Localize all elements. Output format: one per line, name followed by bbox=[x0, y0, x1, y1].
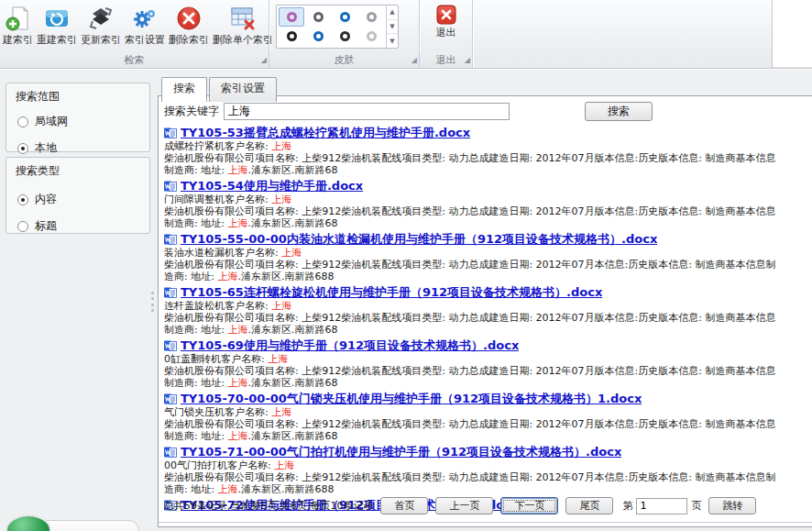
search-scope-groupbox: 搜索范围 局域网 本地 bbox=[5, 83, 150, 152]
result-title-link[interactable]: TY105-69使用与维护手册（912项目设备技术规格书）.docx bbox=[181, 337, 519, 354]
highlighted-keyword: 上海 bbox=[268, 353, 288, 365]
exit-button[interactable]: 退出 bbox=[433, 3, 459, 39]
ribbon-right-margin bbox=[773, 0, 812, 68]
delete-single-index-icon bbox=[228, 4, 258, 33]
ribbon-group-index: 建索引 重建索引 更新索引 索引设置 bbox=[0, 0, 269, 68]
radio-lan[interactable]: 局域网 bbox=[17, 114, 140, 129]
index-settings-icon bbox=[130, 4, 159, 33]
radio-content[interactable]: 内容 bbox=[17, 192, 140, 207]
highlighted-keyword: 上海 bbox=[227, 324, 247, 336]
skin-office-dark-gray[interactable] bbox=[305, 7, 331, 27]
index-settings-label: 索引设置 bbox=[125, 34, 165, 46]
tabstrip: 搜索 索引设置 bbox=[161, 76, 279, 101]
update-index-button[interactable]: 更新索引 bbox=[79, 3, 123, 47]
word-document-icon bbox=[164, 233, 177, 246]
create-index-button[interactable]: 建索引 bbox=[1, 3, 35, 47]
word-document-icon bbox=[164, 393, 177, 405]
skin-office-light[interactable] bbox=[358, 28, 384, 47]
radio-local[interactable]: 本地 bbox=[17, 140, 140, 156]
index-settings-button[interactable]: 索引设置 bbox=[123, 3, 167, 47]
create-index-icon bbox=[4, 4, 33, 33]
first-page-button[interactable]: 首页 bbox=[380, 497, 428, 514]
highlighted-keyword: 上海 bbox=[217, 271, 237, 282]
skin-office-black[interactable] bbox=[332, 28, 357, 47]
result-title-link[interactable]: TY105-55-00-00内装油水道检漏机使用与维护手册（912项目设备技术规… bbox=[181, 231, 657, 248]
ribbon-group-skin: ▲ ▼ ▼ 皮肤 ◢ bbox=[269, 0, 420, 68]
tab-search[interactable]: 搜索 bbox=[161, 77, 207, 102]
splitter-handle[interactable] bbox=[151, 292, 155, 312]
highlighted-keyword: 上海 bbox=[271, 406, 291, 418]
result-snippet: 门间隙调整机客户名称: 上海 柴油机股份有限公司项目名称: 上柴912柴油机装配… bbox=[164, 194, 805, 229]
skin-office-blue[interactable] bbox=[305, 28, 331, 47]
content-radio-icon[interactable] bbox=[17, 194, 28, 205]
result-snippet: 00气门拍打机客户名称: 上海 柴油机股份有限公司项目名称: 上柴912柴油机装… bbox=[164, 459, 805, 495]
search-type-title: 搜索类型 bbox=[16, 163, 140, 179]
search-input[interactable] bbox=[224, 103, 510, 120]
skin-gallery: ▲ ▼ ▼ bbox=[276, 5, 399, 49]
page-number-input[interactable] bbox=[636, 498, 687, 514]
exit-icon bbox=[435, 4, 457, 26]
skin-office-dark-gray-icon bbox=[313, 12, 324, 22]
dialog-launcher-icon[interactable]: ◢ bbox=[465, 53, 470, 67]
search-keyword-label: 搜索关键字 bbox=[164, 104, 219, 119]
highlighted-keyword: 上海 bbox=[281, 247, 302, 259]
goto-page-button[interactable]: 跳转 bbox=[708, 497, 756, 514]
group-caption-exit: 退出 ◢ bbox=[420, 53, 472, 68]
skin-outlook-light[interactable] bbox=[358, 7, 384, 27]
gallery-dropdown-icon[interactable]: ▼ bbox=[387, 34, 398, 48]
prev-page-button[interactable]: 上一页 bbox=[435, 497, 493, 514]
rebuild-index-button[interactable]: 重建索引 bbox=[35, 3, 79, 47]
skin-office-purple-icon bbox=[287, 12, 297, 22]
next-page-button[interactable]: 下一页 bbox=[500, 497, 558, 514]
radio-title[interactable]: 标题 bbox=[17, 218, 140, 234]
highlighted-keyword: 上海 bbox=[217, 483, 237, 495]
local-radio-icon[interactable] bbox=[17, 143, 28, 154]
gallery-scroll-down-icon[interactable]: ▼ bbox=[387, 20, 398, 35]
word-document-icon bbox=[164, 127, 177, 139]
title-radio-icon[interactable] bbox=[17, 221, 28, 232]
highlighted-keyword: 上海 bbox=[227, 430, 247, 442]
delete-single-index-button[interactable]: 删除单个索引 bbox=[211, 3, 275, 47]
word-document-icon bbox=[164, 180, 177, 193]
skin-office-black-icon bbox=[340, 31, 350, 41]
result-item: TY105-53摇臂总成螺栓拧紧机使用与维护手册.docx 成螺栓拧紧机客户名称… bbox=[164, 126, 805, 176]
search-button[interactable]: 搜索 bbox=[585, 102, 653, 121]
tab-index-settings[interactable]: 索引设置 bbox=[209, 77, 277, 102]
delete-index-button[interactable]: 删除索引 bbox=[167, 3, 211, 47]
ribbon-empty-space bbox=[473, 0, 773, 68]
create-index-label: 建索引 bbox=[3, 34, 33, 46]
client-area: 搜索关键字 搜索 TY105-53摇臂总成螺栓拧紧机使用与维护手册.docx 成… bbox=[0, 70, 812, 531]
word-document-icon bbox=[164, 286, 177, 299]
highlighted-keyword: 上海 bbox=[227, 377, 247, 389]
result-item: TY105-54使用与维护手册.docx 门间隙调整机客户名称: 上海 柴油机股… bbox=[164, 179, 805, 229]
pagination-bar: 总共59条记录,当前第5页,共6页,每页10条记录 首页 上一页 下一页 尾页 … bbox=[164, 497, 756, 514]
result-title-link[interactable]: TY105-70-00-00气门锁夹压机使用与维护手册（912项目设备技术规格书… bbox=[181, 391, 642, 407]
dialog-launcher-icon[interactable]: ◢ bbox=[411, 53, 417, 67]
skin-gallery-scrollbar: ▲ ▼ ▼ bbox=[386, 6, 398, 48]
skin-office-purple[interactable] bbox=[279, 7, 304, 27]
skin-outlook-blue[interactable] bbox=[332, 7, 357, 27]
result-title-link[interactable]: TY105-54使用与维护手册.docx bbox=[181, 178, 363, 194]
highlighted-keyword: 上海 bbox=[274, 459, 294, 471]
skin-office-blue-icon bbox=[313, 31, 324, 41]
gallery-scroll-up-icon[interactable]: ▲ bbox=[387, 6, 398, 20]
word-document-icon bbox=[164, 446, 177, 459]
result-snippet: 连杆盖旋松机客户名称: 上海 柴油机股份有限公司项目名称: 上柴912柴油机装配… bbox=[164, 300, 805, 336]
update-index-icon bbox=[86, 4, 115, 33]
last-page-button[interactable]: 尾页 bbox=[565, 497, 613, 514]
exit-label: 退出 bbox=[436, 27, 456, 39]
dialog-launcher-icon[interactable]: ◢ bbox=[261, 53, 267, 67]
skin-outlook-black-icon bbox=[287, 31, 297, 41]
result-item: TY105-70-00-00气门锁夹压机使用与维护手册（912项目设备技术规格书… bbox=[164, 392, 805, 442]
group-caption-search: 检索 ◢ bbox=[0, 53, 269, 68]
skin-outlook-black[interactable] bbox=[279, 28, 304, 47]
result-title-link[interactable]: TY105-65连杆螺栓旋松机使用与维护手册（912项目设备技术规格书）.doc… bbox=[181, 284, 602, 301]
highlighted-keyword: 上海 bbox=[271, 300, 291, 312]
result-item: TY105-69使用与维护手册（912项目设备技术规格书）.docx 0缸盖翻转… bbox=[164, 338, 805, 389]
result-snippet: 0缸盖翻转机客户名称: 上海 柴油机股份有限公司项目名称: 上柴912柴油机装配… bbox=[164, 353, 805, 389]
result-title-link[interactable]: TY105-71-00-00气门拍打机使用与维护手册（912项目设备技术规格书）… bbox=[181, 444, 621, 460]
lan-radio-icon[interactable] bbox=[17, 116, 28, 127]
page-number-suffix: 页 bbox=[691, 499, 701, 513]
rebuild-index-label: 重建索引 bbox=[37, 34, 77, 46]
result-title-link[interactable]: TY105-53摇臂总成螺栓拧紧机使用与维护手册.docx bbox=[181, 125, 470, 141]
